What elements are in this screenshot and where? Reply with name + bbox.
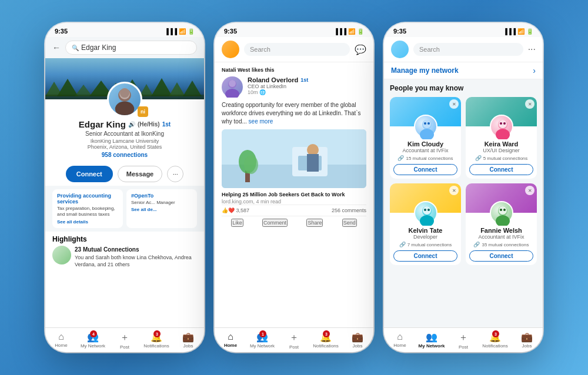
notif-badge-1: 3	[153, 330, 161, 337]
people-title: People you may know	[390, 84, 537, 92]
liker-name: Natali West	[222, 67, 250, 73]
nav-jobs-3[interactable]: 💼 Jobs	[511, 332, 543, 350]
nav-network-2[interactable]: 👥 1 My Network	[246, 332, 278, 350]
nav-post-3[interactable]: ＋ Post	[447, 332, 479, 350]
nav-home-3[interactable]: ⌂ Home	[384, 332, 416, 350]
bottom-nav-1: ⌂ Home 👥 4 My Network ＋ Post 🔔 3 Notific…	[45, 327, 204, 352]
time-2: 9:35	[224, 28, 237, 35]
likes-row: Natali West likes this ···	[222, 67, 366, 73]
svg-point-34	[499, 206, 507, 215]
share-button[interactable]: Share	[306, 219, 323, 227]
feed-item: Natali West likes this ··· Roland Overlo…	[215, 62, 373, 327]
connect-btn-2[interactable]: Connect	[393, 250, 457, 262]
nav-network-3[interactable]: 👥 My Network	[416, 332, 447, 350]
post-author-avatar[interactable]	[222, 76, 243, 98]
jobs-icon-1: 💼	[182, 332, 194, 343]
nav-home-2[interactable]: ⌂ Home	[215, 332, 246, 350]
nav-home-label-2: Home	[224, 343, 237, 348]
more-button[interactable]: ···	[167, 166, 183, 182]
mutual-row-3: 🔗 35 mutual connections	[469, 242, 533, 247]
signal-icon-2: ▐▐▐	[334, 28, 346, 35]
person-title-1: UX/UI Designer	[469, 148, 533, 153]
close-button-1[interactable]: ✕	[525, 99, 534, 109]
mutual-icon-0: 🔗	[397, 155, 404, 161]
chat-icon[interactable]: 💬	[355, 44, 366, 55]
nav-home-1[interactable]: ⌂ Home	[45, 332, 77, 350]
svg-point-36	[503, 209, 506, 211]
connect-btn-0[interactable]: Connect	[393, 164, 457, 175]
reactions-row: 👍❤️ 3,587 256 comments	[222, 205, 366, 216]
mutual-detail: You and Sarah both know Lina Chekhova, A…	[75, 255, 192, 268]
person-title-2: Developer	[393, 234, 457, 240]
person-avatar-0	[414, 115, 437, 138]
connect-btn-3[interactable]: Connect	[469, 250, 533, 262]
person-avatar-wrap-3	[490, 201, 513, 225]
nav-network-1[interactable]: 👥 4 My Network	[77, 332, 109, 350]
user-mini-avatar[interactable]	[222, 41, 239, 58]
nav-jobs-label-1: Jobs	[183, 343, 193, 349]
nav-jobs-2[interactable]: 💼 Jobs	[342, 332, 373, 350]
back-arrow-icon[interactable]: ←	[52, 43, 61, 52]
see-more-link[interactable]: see more	[249, 118, 273, 125]
manage-network-bar[interactable]: Manage my network ›	[384, 62, 543, 79]
like-button[interactable]: Like	[231, 219, 243, 227]
search-value-1: Edgar King	[81, 43, 116, 52]
user-mini-avatar-3[interactable]	[391, 41, 409, 58]
notif-badge-2: 3	[323, 330, 330, 337]
status-icons-1: ▐▐▐ 📶 🔋	[165, 28, 195, 35]
nav-network-label-3: My Network	[419, 343, 445, 349]
feature-card-title-1: Providing accounting services	[57, 193, 118, 205]
mutual-icon-2: 🔗	[399, 242, 406, 247]
search-bar-1[interactable]: 🔍 Edgar King	[65, 41, 197, 55]
close-button-3[interactable]: ✕	[525, 186, 534, 195]
person-cover-2: ✕	[390, 183, 461, 213]
phone3-header: Search ···	[384, 37, 543, 62]
connect-btn-1[interactable]: Connect	[469, 164, 533, 175]
phone2-header: Search 💬	[215, 37, 373, 62]
post-image	[222, 129, 366, 188]
close-button-0[interactable]: ✕	[449, 99, 459, 109]
bottom-nav-3: ⌂ Home 👥 My Network ＋ Post 🔔 3 Notificat…	[384, 327, 543, 352]
mutual-row-1: 🔗 5 mutual connections	[469, 155, 533, 161]
see-all-1[interactable]: See all details	[57, 219, 118, 225]
feature-card-text-1: Tax preparation, bookeping, and small bu…	[57, 206, 118, 218]
connect-button[interactable]: Connect	[66, 166, 113, 182]
avatar-wrapper: ni	[45, 82, 204, 117]
chevron-right-icon: ›	[533, 66, 536, 75]
wifi-icon: 📶	[179, 28, 186, 35]
feature-card-title-2: #OpenTo	[131, 193, 192, 199]
phone-3: 9:35 ▐▐▐ 📶 🔋 Search ··· Manage my networ…	[384, 23, 543, 352]
nav-jobs-1[interactable]: 💼 Jobs	[172, 332, 204, 350]
highlights-section: Highlights 23 Mutual Connections You and…	[45, 232, 204, 327]
profile-location: Phoenix, Arizona, United States	[52, 144, 197, 150]
mutual-count: 23 Mutual Connections	[75, 246, 197, 254]
people-grid: ✕	[390, 97, 537, 265]
search-placeholder-2: Search	[250, 46, 270, 53]
close-button-2[interactable]: ✕	[449, 186, 459, 195]
message-button[interactable]: Message	[118, 166, 162, 182]
jobs-icon-3: 💼	[521, 332, 533, 343]
nav-notif-1[interactable]: 🔔 3 Notifications	[141, 332, 172, 350]
nav-notif-label-1: Notifications	[143, 343, 169, 349]
nav-network-label-1: My Network	[81, 343, 105, 349]
action-row: Like Comment Share Send	[222, 219, 366, 227]
profile-name: Edgar King 🔊 (He/His) 1st	[52, 119, 197, 129]
comment-button[interactable]: Comment	[262, 219, 288, 227]
svg-point-2	[115, 102, 134, 116]
send-button[interactable]: Send	[342, 219, 357, 227]
time-1: 9:35	[55, 28, 68, 35]
search-bar-3[interactable]: Search	[413, 43, 523, 56]
see-all-2[interactable]: See all de...	[131, 207, 192, 212]
person-card-1: ✕	[466, 97, 537, 179]
nav-post-2[interactable]: ＋ Post	[278, 332, 310, 350]
nav-post-label-2: Post	[289, 344, 299, 350]
manage-network-label: Manage my network	[391, 66, 459, 75]
connections-count[interactable]: 958 connections	[52, 152, 197, 158]
nav-post-1[interactable]: ＋ Post	[109, 332, 141, 350]
battery-icon-2: 🔋	[357, 28, 364, 35]
nav-notif-2[interactable]: 🔔 3 Notifications	[310, 332, 342, 350]
mutual-row-0: 🔗 15 mutual connections	[393, 155, 457, 161]
more-icon-3[interactable]: ···	[528, 44, 536, 55]
search-bar-2[interactable]: Search	[244, 43, 350, 56]
nav-notif-3[interactable]: 🔔 3 Notifications	[479, 332, 511, 350]
